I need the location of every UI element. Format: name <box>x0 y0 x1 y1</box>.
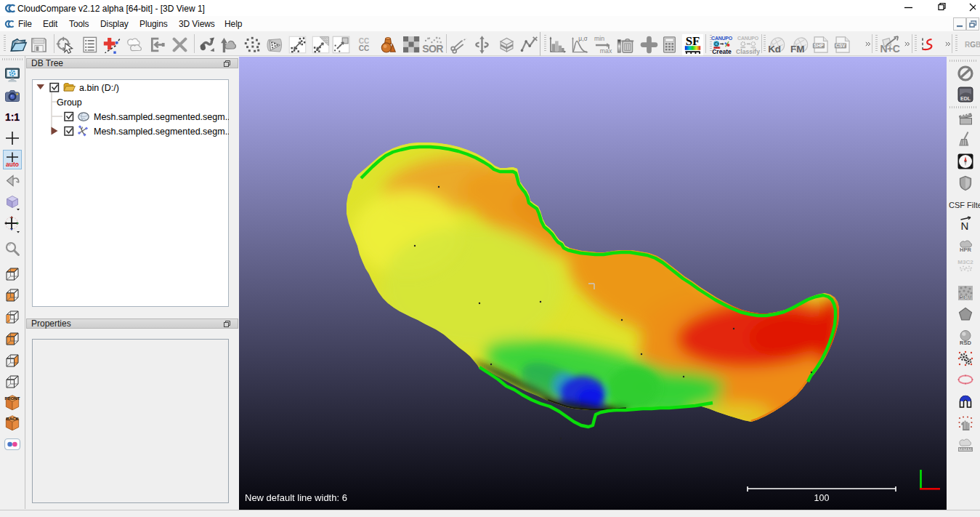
svg-text:1:1: 1:1 <box>5 111 20 123</box>
svg-text:100: 100 <box>814 493 830 503</box>
svg-text:auto: auto <box>6 161 19 168</box>
svg-text:RGB: RGB <box>965 41 980 49</box>
svg-text:M3C2: M3C2 <box>957 259 973 265</box>
svg-text:N+C: N+C <box>880 43 900 55</box>
svg-text:SOR: SOR <box>422 43 443 55</box>
svg-text:CC: CC <box>359 37 369 45</box>
svg-text:N: N <box>961 220 969 232</box>
svg-text:BACK: BACK <box>6 417 19 421</box>
svg-text:Create: Create <box>712 48 732 55</box>
svg-text:EDL: EDL <box>960 96 971 101</box>
svg-text:Mesh.sampled.segmented.segm...: Mesh.sampled.segmented.segm... <box>94 112 229 122</box>
svg-text:HPR: HPR <box>960 247 971 253</box>
svg-text:Mesh.sampled.segmented.segm...: Mesh.sampled.segmented.segm... <box>94 127 229 137</box>
svg-text:RSD: RSD <box>960 340 971 346</box>
svg-text:Group: Group <box>57 97 82 108</box>
svg-text:min: min <box>594 35 604 42</box>
svg-text:max: max <box>600 47 612 55</box>
svg-text:New default line width: 6: New default line width: 6 <box>245 492 347 503</box>
svg-text:Classify: Classify <box>736 48 760 55</box>
svg-text:SHP: SHP <box>814 43 824 48</box>
svg-text:CC: CC <box>359 44 369 52</box>
svg-text:CANUPO: CANUPO <box>711 36 733 41</box>
svg-text:FM: FM <box>790 44 805 55</box>
svg-text:Kd: Kd <box>768 44 781 55</box>
svg-text:CSV: CSV <box>835 43 846 48</box>
svg-text:a.bin (D:/): a.bin (D:/) <box>79 83 119 93</box>
svg-text:CANUPO: CANUPO <box>737 36 759 41</box>
svg-text:μ,σ: μ,σ <box>578 35 588 42</box>
svg-text:PCV: PCV <box>959 294 972 301</box>
svg-text:FRONT: FRONT <box>5 396 20 401</box>
svg-text:SF: SF <box>686 34 700 48</box>
